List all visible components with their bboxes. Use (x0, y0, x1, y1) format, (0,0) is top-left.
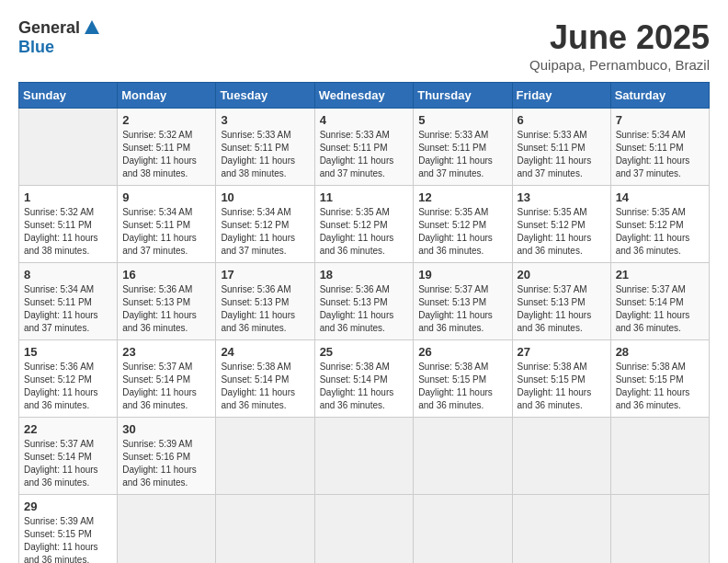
calendar-cell: 25Sunrise: 5:38 AMSunset: 5:14 PMDayligh… (314, 340, 414, 418)
calendar-cell: 23Sunrise: 5:37 AMSunset: 5:14 PMDayligh… (118, 340, 216, 418)
logo-icon (82, 17, 102, 38)
day-number: 30 (122, 422, 210, 436)
day-number: 3 (221, 113, 309, 127)
day-info: Sunrise: 5:37 AMSunset: 5:14 PMDaylight:… (24, 438, 112, 489)
calendar-cell: 10Sunrise: 5:34 AMSunset: 5:12 PMDayligh… (216, 186, 314, 263)
day-number: 10 (221, 190, 309, 204)
day-info: Sunrise: 5:38 AMSunset: 5:14 PMDaylight:… (221, 361, 309, 412)
day-number: 28 (616, 345, 704, 359)
calendar-cell (19, 109, 118, 186)
day-number: 2 (122, 113, 210, 127)
calendar-row-0: 2Sunrise: 5:32 AMSunset: 5:11 PMDaylight… (19, 109, 710, 186)
day-number: 24 (221, 345, 309, 359)
day-info: Sunrise: 5:34 AMSunset: 5:11 PMDaylight:… (616, 129, 704, 180)
day-number: 18 (320, 268, 409, 282)
day-info: Sunrise: 5:34 AMSunset: 5:11 PMDaylight:… (24, 283, 112, 335)
col-sunday: Sunday (19, 83, 118, 109)
day-number: 5 (418, 113, 506, 127)
day-info: Sunrise: 5:36 AMSunset: 5:13 PMDaylight:… (122, 283, 210, 335)
calendar-cell: 24Sunrise: 5:38 AMSunset: 5:14 PMDayligh… (216, 340, 314, 418)
day-number: 27 (518, 345, 606, 359)
calendar-header-row: Sunday Monday Tuesday Wednesday Thursday… (19, 83, 710, 109)
calendar-cell: 7Sunrise: 5:34 AMSunset: 5:11 PMDaylight… (610, 109, 709, 186)
day-number: 17 (221, 268, 309, 282)
day-info: Sunrise: 5:33 AMSunset: 5:11 PMDaylight:… (518, 129, 606, 180)
calendar-cell: 9Sunrise: 5:34 AMSunset: 5:11 PMDaylight… (118, 186, 216, 263)
calendar-row-1: 1Sunrise: 5:32 AMSunset: 5:11 PMDaylight… (19, 186, 710, 263)
calendar-row-2: 8Sunrise: 5:34 AMSunset: 5:11 PMDaylight… (19, 263, 710, 340)
day-number: 26 (418, 345, 506, 359)
calendar-cell: 18Sunrise: 5:36 AMSunset: 5:13 PMDayligh… (314, 263, 414, 340)
calendar-cell: 16Sunrise: 5:36 AMSunset: 5:13 PMDayligh… (118, 263, 216, 340)
calendar-cell (414, 418, 512, 495)
calendar-cell: 19Sunrise: 5:37 AMSunset: 5:13 PMDayligh… (414, 263, 512, 340)
day-number: 8 (24, 268, 112, 282)
day-info: Sunrise: 5:34 AMSunset: 5:12 PMDaylight:… (221, 206, 309, 258)
day-info: Sunrise: 5:35 AMSunset: 5:12 PMDaylight:… (320, 206, 409, 258)
day-info: Sunrise: 5:35 AMSunset: 5:12 PMDaylight:… (518, 206, 606, 258)
calendar-cell (610, 495, 709, 564)
calendar-cell: 1Sunrise: 5:32 AMSunset: 5:11 PMDaylight… (19, 186, 118, 263)
calendar-cell: 13Sunrise: 5:35 AMSunset: 5:12 PMDayligh… (512, 186, 610, 263)
day-info: Sunrise: 5:35 AMSunset: 5:12 PMDaylight:… (418, 206, 506, 258)
day-info: Sunrise: 5:33 AMSunset: 5:11 PMDaylight:… (221, 129, 309, 180)
day-number: 13 (518, 190, 606, 204)
day-number: 19 (418, 268, 506, 282)
col-wednesday: Wednesday (314, 83, 414, 109)
calendar-cell: 21Sunrise: 5:37 AMSunset: 5:14 PMDayligh… (610, 263, 709, 340)
calendar-cell (216, 418, 314, 495)
calendar-cell: 11Sunrise: 5:35 AMSunset: 5:12 PMDayligh… (314, 186, 414, 263)
col-thursday: Thursday (414, 83, 512, 109)
day-number: 21 (616, 268, 704, 282)
day-number: 11 (320, 190, 409, 204)
logo: General Blue (18, 18, 102, 57)
day-info: Sunrise: 5:38 AMSunset: 5:15 PMDaylight:… (616, 361, 704, 412)
calendar-cell (512, 495, 610, 564)
day-info: Sunrise: 5:38 AMSunset: 5:15 PMDaylight:… (418, 361, 506, 412)
day-number: 25 (320, 345, 409, 359)
day-info: Sunrise: 5:36 AMSunset: 5:13 PMDaylight:… (320, 283, 409, 335)
calendar-cell: 15Sunrise: 5:36 AMSunset: 5:12 PMDayligh… (19, 340, 118, 418)
day-info: Sunrise: 5:37 AMSunset: 5:14 PMDaylight:… (122, 361, 210, 412)
page-container: General Blue June 2025 Quipapa, Pernambu… (18, 18, 710, 563)
calendar-cell: 5Sunrise: 5:33 AMSunset: 5:11 PMDaylight… (414, 109, 512, 186)
day-number: 14 (616, 190, 704, 204)
calendar-cell: 28Sunrise: 5:38 AMSunset: 5:15 PMDayligh… (610, 340, 709, 418)
day-info: Sunrise: 5:37 AMSunset: 5:14 PMDaylight:… (616, 283, 704, 335)
day-number: 16 (122, 268, 210, 282)
calendar-cell (118, 495, 216, 564)
day-info: Sunrise: 5:35 AMSunset: 5:12 PMDaylight:… (616, 206, 704, 258)
calendar-table: Sunday Monday Tuesday Wednesday Thursday… (18, 82, 710, 563)
calendar-cell: 2Sunrise: 5:32 AMSunset: 5:11 PMDaylight… (118, 109, 216, 186)
calendar-cell: 26Sunrise: 5:38 AMSunset: 5:15 PMDayligh… (414, 340, 512, 418)
location: Quipapa, Pernambuco, Brazil (529, 57, 710, 73)
calendar-cell: 22Sunrise: 5:37 AMSunset: 5:14 PMDayligh… (19, 418, 118, 495)
col-monday: Monday (118, 83, 216, 109)
calendar-cell (314, 418, 414, 495)
day-info: Sunrise: 5:32 AMSunset: 5:11 PMDaylight:… (24, 206, 112, 258)
day-number: 12 (418, 190, 506, 204)
day-number: 23 (122, 345, 210, 359)
day-info: Sunrise: 5:33 AMSunset: 5:11 PMDaylight:… (418, 129, 506, 180)
month-title: June 2025 (529, 18, 710, 57)
day-info: Sunrise: 5:36 AMSunset: 5:12 PMDaylight:… (24, 361, 112, 412)
day-number: 15 (24, 345, 112, 359)
day-number: 29 (24, 500, 112, 513)
day-info: Sunrise: 5:39 AMSunset: 5:15 PMDaylight:… (24, 515, 112, 563)
day-number: 1 (24, 190, 112, 204)
svg-marker-0 (85, 20, 99, 34)
day-number: 9 (122, 190, 210, 204)
col-friday: Friday (512, 83, 610, 109)
calendar-cell (610, 418, 709, 495)
logo-text-block: General Blue (18, 18, 102, 57)
day-number: 7 (616, 113, 704, 127)
day-info: Sunrise: 5:37 AMSunset: 5:13 PMDaylight:… (418, 283, 506, 335)
calendar-cell: 29Sunrise: 5:39 AMSunset: 5:15 PMDayligh… (19, 495, 118, 564)
calendar-cell: 3Sunrise: 5:33 AMSunset: 5:11 PMDaylight… (216, 109, 314, 186)
day-number: 22 (24, 422, 112, 436)
day-info: Sunrise: 5:36 AMSunset: 5:13 PMDaylight:… (221, 283, 309, 335)
day-info: Sunrise: 5:38 AMSunset: 5:15 PMDaylight:… (518, 361, 606, 412)
calendar-cell: 17Sunrise: 5:36 AMSunset: 5:13 PMDayligh… (216, 263, 314, 340)
col-tuesday: Tuesday (216, 83, 314, 109)
day-number: 4 (320, 113, 409, 127)
